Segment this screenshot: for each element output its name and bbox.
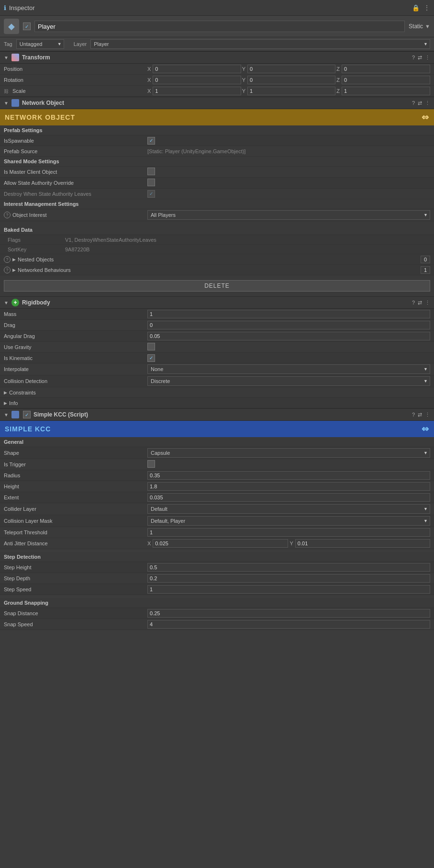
info-row-label: ▶ Info xyxy=(4,400,430,406)
position-x-cell: X xyxy=(147,65,241,73)
simple-kcc-section-header[interactable]: ▼ ✓ Simple KCC (Script) ? ⇄ ⋮ xyxy=(0,408,434,421)
is-master-client-checkbox[interactable] xyxy=(147,168,155,175)
rotation-y-input[interactable] xyxy=(247,76,335,84)
step-speed-label: Step Speed xyxy=(4,586,147,592)
networked-behaviours-row: ? ▶ Networked Behaviours 1 xyxy=(0,265,434,275)
kcc-active-checkbox[interactable]: ✓ xyxy=(23,411,31,418)
mass-input[interactable] xyxy=(147,310,430,318)
network-object-settings-icon[interactable]: ⇄ xyxy=(418,100,422,106)
interpolate-dropdown[interactable]: None ▼ xyxy=(147,364,430,374)
collider-layer-dropdown[interactable]: Default ▼ xyxy=(147,504,430,514)
network-object-section-header[interactable]: ▼ Network Object ? ⇄ ⋮ xyxy=(0,97,434,109)
transform-more-icon[interactable]: ⋮ xyxy=(425,55,430,61)
height-input[interactable] xyxy=(147,482,430,491)
is-spawnable-checkbox[interactable]: ✓ xyxy=(147,137,155,145)
radius-input[interactable] xyxy=(147,471,430,480)
anti-jitter-x-input[interactable] xyxy=(153,539,288,548)
constraints-fold-arrow: ▶ xyxy=(4,390,7,395)
constraints-row[interactable]: ▶ Constraints xyxy=(0,387,434,398)
transform-help-icon[interactable]: ? xyxy=(412,55,415,61)
kcc-help-icon[interactable]: ? xyxy=(412,412,415,418)
shape-label: Shape xyxy=(4,450,147,456)
teleport-threshold-input[interactable] xyxy=(147,528,430,537)
static-dropdown-arrow[interactable]: ▼ xyxy=(425,23,430,29)
layer-dropdown[interactable]: Player ▼ xyxy=(90,39,430,49)
rotation-x-cell: X xyxy=(147,76,241,84)
collision-layer-mask-value: Default, Player ▼ xyxy=(147,516,430,526)
step-speed-value xyxy=(147,585,430,594)
collision-layer-mask-label: Collision Layer Mask xyxy=(4,518,147,524)
collision-layer-mask-dropdown[interactable]: Default, Player ▼ xyxy=(147,516,430,526)
rigidbody-more-icon[interactable]: ⋮ xyxy=(425,300,430,306)
lock-icon[interactable]: 🔒 xyxy=(412,4,420,11)
snap-distance-input[interactable] xyxy=(147,609,430,618)
rotation-row: Rotation X Y Z xyxy=(0,75,434,86)
static-row: Static ▼ xyxy=(409,23,430,30)
networked-behaviours-expand[interactable]: ▶ Networked Behaviours xyxy=(12,267,71,273)
gameobject-name-input[interactable] xyxy=(34,21,405,32)
networked-fold-arrow: ▶ xyxy=(12,268,16,272)
angular-drag-input[interactable] xyxy=(147,332,430,340)
position-z-input[interactable] xyxy=(342,65,430,73)
anti-jitter-y-input[interactable] xyxy=(295,539,430,548)
step-speed-row: Step Speed xyxy=(0,584,434,595)
extent-input[interactable] xyxy=(147,493,430,502)
rotation-y-cell: Y xyxy=(242,76,336,84)
step-height-input[interactable] xyxy=(147,563,430,572)
rigidbody-settings-icon[interactable]: ⇄ xyxy=(418,300,422,306)
step-speed-input[interactable] xyxy=(147,585,430,594)
step-depth-input[interactable] xyxy=(147,574,430,583)
height-label: Height xyxy=(4,484,147,489)
info-fold-arrow: ▶ xyxy=(4,401,7,406)
scale-z-input[interactable] xyxy=(342,87,430,95)
rotation-label: Rotation xyxy=(4,77,147,83)
info-row[interactable]: ▶ Info xyxy=(0,398,434,408)
object-interest-label: ? Object Interest xyxy=(4,212,147,218)
network-object-help-icon[interactable]: ? xyxy=(412,100,415,106)
destroy-when-label: Destroy When State Authority Leaves xyxy=(4,191,147,197)
is-trigger-checkbox[interactable] xyxy=(147,460,155,468)
nested-objects-expand[interactable]: ▶ Nested Objects xyxy=(12,257,54,262)
destroy-when-checkbox[interactable]: ✓ xyxy=(147,190,155,198)
kcc-settings-icon[interactable]: ⇄ xyxy=(418,412,422,418)
rotation-z-cell: Z xyxy=(336,76,430,84)
collision-detection-dropdown-arrow: ▼ xyxy=(423,379,428,383)
nested-objects-value-box: 0 xyxy=(421,256,430,263)
tag-dropdown[interactable]: Untagged ▼ xyxy=(16,39,64,49)
snap-speed-input[interactable] xyxy=(147,620,430,629)
object-interest-dropdown[interactable]: All Players ▼ xyxy=(147,210,430,220)
transform-section-header[interactable]: ▼ Transform ? ⇄ ⋮ xyxy=(0,51,434,64)
rotation-z-input[interactable] xyxy=(342,76,430,84)
gameobject-active-checkbox[interactable]: ✓ xyxy=(23,23,31,30)
flags-value: V1, DestroyWhenStateAuthorityLeaves xyxy=(65,237,156,243)
delete-button[interactable]: DELETE xyxy=(4,280,430,292)
allow-state-authority-checkbox[interactable] xyxy=(147,179,155,186)
shape-dropdown[interactable]: Capsule ▼ xyxy=(147,448,430,458)
is-kinematic-label: Is Kinematic xyxy=(4,355,147,361)
scale-row: ⛓ Scale X Y Z xyxy=(0,86,434,97)
use-gravity-checkbox[interactable] xyxy=(147,343,155,350)
collision-layer-mask-dropdown-arrow: ▼ xyxy=(423,519,428,523)
step-detection-header: Step Detection xyxy=(0,552,434,562)
network-object-banner: NETWORK OBJECT ⇔ xyxy=(0,109,434,125)
kebab-icon[interactable]: ⋮ xyxy=(423,4,430,11)
network-object-more-icon[interactable]: ⋮ xyxy=(425,100,430,106)
rigidbody-icon: + xyxy=(11,299,19,306)
rigidbody-section-icons: ? ⇄ ⋮ xyxy=(412,300,430,306)
rigidbody-help-icon[interactable]: ? xyxy=(412,300,415,306)
prefab-source-value: [Static: Player (UnityEngine.GameObject)… xyxy=(147,148,430,154)
position-y-input[interactable] xyxy=(247,65,335,73)
rigidbody-section-header[interactable]: ▼ + Rigidbody ? ⇄ ⋮ xyxy=(0,296,434,309)
scale-y-input[interactable] xyxy=(247,87,335,95)
rotation-x-input[interactable] xyxy=(153,76,241,84)
snap-speed-row: Snap Speed xyxy=(0,619,434,630)
drag-input[interactable] xyxy=(147,321,430,329)
collision-detection-dropdown[interactable]: Discrete ▼ xyxy=(147,376,430,386)
anti-jitter-x-cell: X xyxy=(147,539,288,548)
snap-speed-value xyxy=(147,620,430,629)
is-kinematic-checkbox[interactable]: ✓ xyxy=(147,354,155,362)
position-x-input[interactable] xyxy=(153,65,241,73)
kcc-more-icon[interactable]: ⋮ xyxy=(425,412,430,418)
scale-x-input[interactable] xyxy=(153,87,241,95)
transform-settings-icon[interactable]: ⇄ xyxy=(418,55,422,61)
